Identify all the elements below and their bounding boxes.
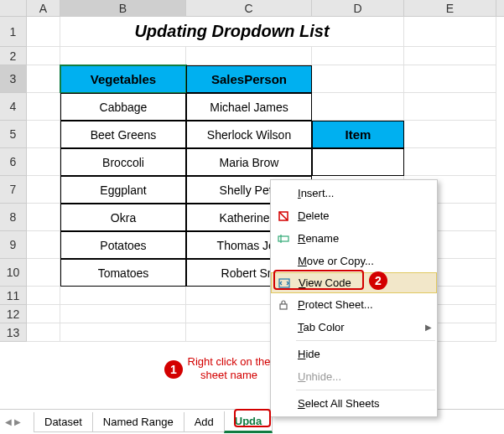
cell-b2[interactable] <box>60 47 186 65</box>
cell-a8[interactable] <box>27 204 60 231</box>
lock-icon <box>274 298 293 312</box>
ctx-rename-label: Rename <box>298 232 339 245</box>
cell-b6[interactable]: Broccoli <box>60 148 186 176</box>
cell-e5[interactable] <box>404 121 496 148</box>
sheet-context-menu: Insert... Delete Rename Move or Copy... … <box>270 179 438 417</box>
col-header-a[interactable]: A <box>27 0 60 16</box>
cell-c2[interactable] <box>186 47 312 65</box>
row-header-2[interactable]: 2 <box>0 47 27 65</box>
step-1-highlight <box>234 409 271 427</box>
ctx-select-all-label: Select All Sheets <box>298 397 380 410</box>
chevron-right-icon: ▶ <box>425 323 432 332</box>
row-header-8[interactable]: 8 <box>0 204 27 231</box>
cell-e2[interactable] <box>404 47 496 65</box>
cell-b10[interactable]: Tomatoes <box>60 259 186 287</box>
col-header-c[interactable]: C <box>186 0 312 16</box>
cell-b5[interactable]: Beet Greens <box>60 121 186 148</box>
cell-a13[interactable] <box>27 323 60 342</box>
row-header-9[interactable]: 9 <box>0 231 27 259</box>
cell-b7[interactable]: Eggplant <box>60 176 186 204</box>
ctx-insert[interactable]: Insert... <box>271 182 437 204</box>
header-salesperson[interactable]: SalesPerson <box>186 65 312 93</box>
row-header-6[interactable]: 6 <box>0 148 27 176</box>
ctx-delete-label: Delete <box>298 209 330 222</box>
cell-c5[interactable]: Sherlock Wilson <box>186 121 312 148</box>
cell-a4[interactable] <box>27 93 60 121</box>
cell-a5[interactable] <box>27 121 60 148</box>
cell-e3[interactable] <box>404 65 496 93</box>
col-header-e[interactable]: E <box>404 0 496 16</box>
cell-a12[interactable] <box>27 305 60 323</box>
ctx-delete[interactable]: Delete <box>271 204 437 227</box>
tab-dataset[interactable]: Dataset <box>34 412 93 432</box>
col-header-d[interactable]: D <box>312 0 404 16</box>
col-header-b[interactable]: B <box>60 0 186 16</box>
ctx-separator-2 <box>296 390 435 390</box>
row-header-11[interactable]: 11 <box>0 287 27 305</box>
step-1-badge: 1 <box>164 360 183 379</box>
header-item[interactable]: Item <box>312 121 404 148</box>
ctx-select-all-sheets[interactable]: Select All Sheets <box>271 392 437 415</box>
step-2-highlight <box>273 270 364 290</box>
cell-a6[interactable] <box>27 148 60 176</box>
row-header-1[interactable]: 1 <box>0 17 27 47</box>
cell-b11[interactable] <box>60 287 186 305</box>
svg-rect-5 <box>280 304 287 309</box>
ctx-tab-color[interactable]: Tab Color ▶ <box>271 316 437 338</box>
step-2-badge: 2 <box>369 271 387 290</box>
ctx-tab-color-label: Tab Color <box>298 321 345 333</box>
title-cell[interactable]: Updating Dropdown List <box>60 17 404 47</box>
row-header-10[interactable]: 10 <box>0 259 27 287</box>
ctx-unhide: Unhide... <box>271 365 437 388</box>
ctx-protect-label: Protect Sheet... <box>298 298 373 311</box>
tab-nav-arrows[interactable]: ◀ ▶ <box>5 417 21 426</box>
cell-b8[interactable]: Okra <box>60 204 186 231</box>
row-header-3[interactable]: 3 <box>0 65 27 93</box>
cell-a3[interactable] <box>27 65 60 93</box>
row-header-4[interactable]: 4 <box>0 93 27 121</box>
svg-rect-2 <box>278 236 288 241</box>
row-header-7[interactable]: 7 <box>0 176 27 204</box>
step-1-text: Right click on the sheet name <box>183 355 275 381</box>
ctx-hide[interactable]: Hide <box>271 343 437 365</box>
ctx-unhide-label: Unhide... <box>298 370 341 383</box>
ctx-separator-1 <box>296 340 435 341</box>
cell-c4[interactable]: Michael James <box>186 93 312 121</box>
cell-a9[interactable] <box>27 231 60 259</box>
ctx-move-label: Move or Copy... <box>298 255 374 267</box>
cell-a7[interactable] <box>27 176 60 204</box>
cell-b12[interactable] <box>60 305 186 323</box>
cell-e1[interactable] <box>404 17 496 47</box>
select-all-corner[interactable] <box>0 0 27 16</box>
delete-icon <box>274 209 293 223</box>
column-header-row: A B C D E <box>0 0 504 17</box>
svg-line-1 <box>279 212 288 220</box>
rename-icon <box>274 232 293 245</box>
cell-e6[interactable] <box>404 148 496 176</box>
ctx-protect-sheet[interactable]: Protect Sheet... <box>271 293 437 316</box>
ctx-rename[interactable]: Rename <box>271 227 437 250</box>
ctx-move-copy[interactable]: Move or Copy... <box>271 250 437 272</box>
cell-a1[interactable] <box>27 17 60 47</box>
row-header-13[interactable]: 13 <box>0 323 27 342</box>
row-header-12[interactable]: 12 <box>0 305 27 323</box>
cell-e4[interactable] <box>404 93 496 121</box>
cell-d2[interactable] <box>312 47 404 65</box>
ctx-insert-label: Insert... <box>298 187 334 199</box>
cell-a10[interactable] <box>27 259 60 287</box>
cell-c6[interactable]: Maria Brow <box>186 148 312 176</box>
cell-d3[interactable] <box>312 65 404 93</box>
row-header-5[interactable]: 5 <box>0 121 27 148</box>
cell-b9[interactable]: Potatoes <box>60 231 186 259</box>
cell-d4[interactable] <box>312 93 404 121</box>
tab-named-range[interactable]: Named Range <box>92 412 184 432</box>
cell-a2[interactable] <box>27 47 60 65</box>
cell-d6[interactable] <box>312 148 404 176</box>
ctx-hide-label: Hide <box>298 348 320 360</box>
tab-add[interactable]: Add <box>184 412 225 432</box>
cell-b13[interactable] <box>60 323 186 342</box>
cell-a11[interactable] <box>27 287 60 305</box>
header-vegetables[interactable]: Vegetables <box>60 65 186 93</box>
cell-b4[interactable]: Cabbage <box>60 93 186 121</box>
